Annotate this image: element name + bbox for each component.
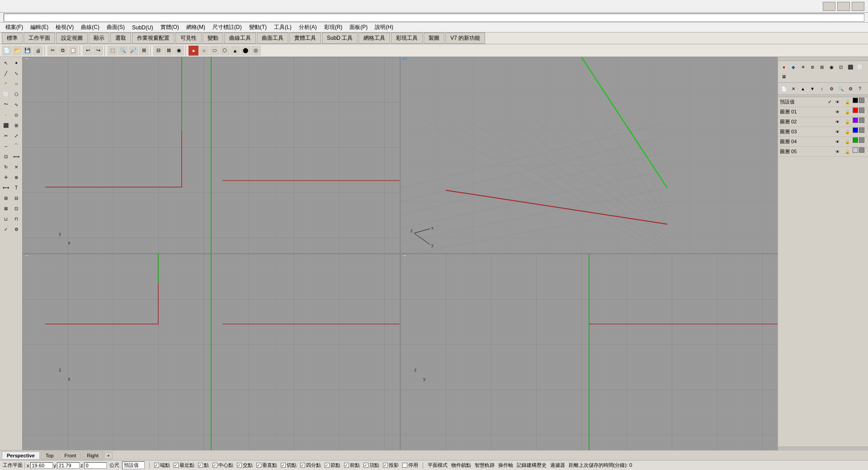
tool-cloudpt[interactable]: ⊙ <box>11 110 21 120</box>
tool-polygon[interactable]: ⬡ <box>11 89 21 99</box>
status-snap-4[interactable]: ✓交點 <box>237 462 253 469</box>
tool-bool-union[interactable]: ⊔ <box>1 214 11 224</box>
close-button[interactable] <box>852 2 864 11</box>
toolbar-tab-subd[interactable]: SubD 工具 <box>322 33 358 44</box>
toolbar-save[interactable]: 💾 <box>23 46 33 56</box>
toolbar-tab-[interactable]: 選取 <box>110 33 131 44</box>
tool-text[interactable]: T <box>11 183 21 193</box>
status-snap-8[interactable]: ✓節點 <box>325 462 340 469</box>
toolbar-redo[interactable]: ↪ <box>93 46 103 56</box>
menu-item-a[interactable]: 分析(A) <box>295 23 321 32</box>
tool-trim[interactable]: ✂ <box>1 131 11 141</box>
layer-lock-3[interactable]: 🔓 <box>843 127 852 136</box>
status-snap-12[interactable]: 停用 <box>402 462 418 469</box>
panel-down[interactable]: ▼ <box>808 84 817 93</box>
layer-eye-2[interactable]: 👁 <box>833 118 842 127</box>
layer-row-3[interactable]: 圖層 03👁🔓 <box>778 127 868 137</box>
tool-select-arrow[interactable]: ↖ <box>1 58 11 68</box>
toolbar-tab-[interactable]: 曲線工具 <box>224 33 256 44</box>
layer-material-1[interactable] <box>859 108 864 113</box>
panel-icon-wireframe[interactable]: ⊡ <box>836 62 845 71</box>
tool-group[interactable]: ⊠ <box>1 203 11 213</box>
toolbar-tab-[interactable]: 顯示 <box>89 33 109 44</box>
panel-icon-shade[interactable]: ⬛ <box>846 62 855 71</box>
tool-arc[interactable]: ◜ <box>1 79 11 89</box>
layer-color-5[interactable] <box>853 147 858 153</box>
tool-fillet[interactable]: ⌒ <box>11 141 21 151</box>
viewport-right-label[interactable] <box>402 255 407 257</box>
tool-split[interactable]: ⤢ <box>11 131 21 141</box>
status-checkbox-9[interactable]: ✓ <box>344 463 349 468</box>
viewport-perspective-label[interactable] <box>402 58 407 60</box>
toolbar-cone[interactable]: ▲ <box>230 46 240 56</box>
menu-item-r[interactable]: 彩現(R) <box>321 23 346 32</box>
tool-curve[interactable]: ∿ <box>11 99 21 109</box>
viewport-right[interactable]: z y <box>401 254 778 450</box>
status-snap-11[interactable]: ✓投影 <box>383 462 399 469</box>
panel-options[interactable]: ⚙ <box>846 84 855 93</box>
toolbar-zoom-in[interactable]: 🔍 <box>118 46 128 56</box>
command-input[interactable] <box>4 14 864 22</box>
toolbar-cut[interactable]: ✂ <box>47 46 57 56</box>
toolbar-grid[interactable]: ⊟ <box>153 46 163 56</box>
tool-check[interactable]: ✓ <box>1 224 11 234</box>
toolbar-tab-[interactable]: 網格工具 <box>359 33 390 44</box>
bottom-tab-add[interactable]: + <box>104 452 113 459</box>
tool-rect[interactable]: ⬜ <box>1 89 11 99</box>
panel-up[interactable]: ▲ <box>798 84 807 93</box>
menu-item-e[interactable]: 編輯(E) <box>27 23 52 32</box>
layer-lock-0[interactable]: 🔓 <box>843 98 852 107</box>
panel-delete[interactable]: ✕ <box>789 84 798 93</box>
toolbar-tab-[interactable]: 實體工具 <box>289 33 321 44</box>
status-snap-10[interactable]: ✓頂點 <box>363 462 379 469</box>
layer-lock-1[interactable]: 🔓 <box>843 108 852 117</box>
toolbar-print[interactable]: 🖨 <box>33 46 43 56</box>
menu-item-h[interactable]: 說明(H) <box>371 23 397 32</box>
toolbar-tab-[interactable]: 設定視圖 <box>56 33 88 44</box>
tool-freeform[interactable]: 〜 <box>1 99 11 109</box>
tool-surface[interactable]: ⬛ <box>1 120 11 130</box>
layer-active-0[interactable]: ✓ <box>826 99 833 105</box>
panel-icon-sun[interactable]: ☀ <box>798 62 807 71</box>
tool-polyline[interactable]: ⤡ <box>11 68 21 78</box>
toolbar-zoom-out[interactable]: 🔎 <box>128 46 138 56</box>
menu-item-s[interactable]: 曲面(S) <box>103 23 128 32</box>
tool-ungroup[interactable]: ⊡ <box>11 203 21 213</box>
layer-material-5[interactable] <box>859 147 864 153</box>
status-checkbox-10[interactable]: ✓ <box>363 463 368 468</box>
layer-color-1[interactable] <box>853 108 858 113</box>
viewport-front[interactable]: z x <box>23 254 400 450</box>
status-checkbox-1[interactable]: ✓ <box>174 463 179 468</box>
layer-material-0[interactable] <box>859 98 864 103</box>
status-extra-0[interactable]: 平面模式 <box>428 462 448 469</box>
layer-color-2[interactable] <box>853 118 858 123</box>
bottom-tab-perspective[interactable]: Perspective <box>2 451 40 460</box>
viewport-perspective[interactable]: y x z <box>401 57 778 253</box>
status-checkbox-12[interactable] <box>402 463 407 468</box>
toolbar-tab-[interactable]: 可見性 <box>175 33 202 44</box>
panel-icon-env[interactable]: ⊚ <box>808 62 817 71</box>
toolbar-tab-v[interactable]: V7 的新功能 <box>445 33 485 44</box>
toolbar-paste[interactable]: 📋 <box>68 46 78 56</box>
status-checkbox-11[interactable]: ✓ <box>383 463 388 468</box>
status-snap-5[interactable]: ✓垂直點 <box>256 462 277 469</box>
layer-material-2[interactable] <box>859 118 864 123</box>
panel-icon-xray[interactable]: ⬜ <box>855 62 864 71</box>
layer-color-0[interactable] <box>853 98 858 103</box>
toolbar-snap[interactable]: ⊠ <box>164 46 174 56</box>
layer-eye-3[interactable]: 👁 <box>833 127 842 136</box>
status-snap-3[interactable]: ✓中心點 <box>212 462 233 469</box>
tool-scale[interactable]: ⤧ <box>11 162 21 172</box>
tool-circle2[interactable]: ○ <box>11 79 21 89</box>
panel-new-layer[interactable]: 📄 <box>779 84 788 93</box>
tool-dim[interactable]: ⟷ <box>1 183 11 193</box>
toolbar-tab-[interactable]: 製圖 <box>424 33 444 44</box>
toolbar-new[interactable]: 📄 <box>2 46 12 56</box>
status-snap-9[interactable]: ✓前點 <box>344 462 360 469</box>
layer-eye-4[interactable]: 👁 <box>833 137 842 146</box>
status-checkbox-5[interactable]: ✓ <box>256 463 261 468</box>
layer-row-1[interactable]: 圖層 01👁🔓 <box>778 107 868 117</box>
panel-icon-color[interactable]: ● <box>779 62 788 71</box>
toolbar-tab-[interactable]: 變動 <box>203 33 223 44</box>
status-extra-4[interactable]: 記錄建構歷史 <box>517 462 547 469</box>
